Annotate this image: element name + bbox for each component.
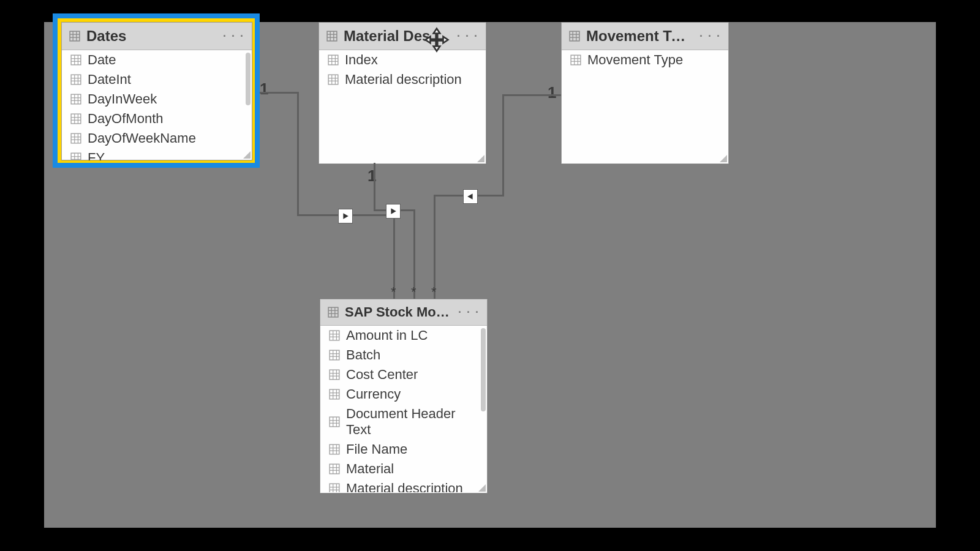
column-icon <box>70 113 81 124</box>
svg-rect-85 <box>330 417 339 427</box>
field-label: DateInt <box>88 72 131 88</box>
model-canvas[interactable]: Dates · · · Date DateInt DayInWeek DayOf… <box>44 22 936 528</box>
field-label: Document Header Text <box>346 406 478 438</box>
entity-title: SAP Stock Movements <box>345 304 452 320</box>
relationship-line[interactable] <box>434 195 435 299</box>
entity-header[interactable]: Movement Types · · · <box>562 23 728 50</box>
column-icon <box>70 133 81 144</box>
field-label: FY <box>88 150 105 160</box>
field-label: DayInWeek <box>88 91 157 107</box>
field-row[interactable]: Amount in LC <box>320 326 487 345</box>
column-icon <box>329 350 340 361</box>
svg-rect-40 <box>328 55 338 65</box>
entity-menu-icon[interactable]: · · · <box>457 30 478 43</box>
table-icon <box>326 31 337 42</box>
field-row[interactable]: Material <box>320 459 487 479</box>
svg-rect-75 <box>330 370 339 380</box>
entity-menu-icon[interactable]: · · · <box>699 30 721 43</box>
filter-direction-arrow-left <box>463 189 478 204</box>
svg-rect-5 <box>71 55 81 65</box>
field-label: Material description <box>346 481 463 492</box>
field-row[interactable]: DayOfMonth <box>62 109 252 129</box>
entity-header[interactable]: Material Description · · · <box>319 23 486 50</box>
svg-marker-112 <box>467 193 472 200</box>
svg-marker-111 <box>391 208 396 214</box>
entity-fields: Amount in LC Batch Cost Center Currency … <box>320 326 487 492</box>
svg-rect-95 <box>330 464 339 474</box>
field-label: Batch <box>346 347 380 363</box>
field-row[interactable]: DayInWeek <box>62 89 252 109</box>
field-label: Amount in LC <box>346 328 428 343</box>
column-icon <box>329 463 340 474</box>
entity-movement-types[interactable]: Movement Types · · · Movement Type <box>561 22 729 164</box>
svg-rect-45 <box>328 75 338 84</box>
field-row[interactable]: FY <box>62 148 252 160</box>
entity-menu-icon[interactable]: · · · <box>458 306 480 319</box>
field-row[interactable]: Document Header Text <box>320 404 487 440</box>
entity-menu-icon[interactable]: · · · <box>223 30 244 43</box>
filter-direction-arrow-right <box>386 204 401 219</box>
resize-grip[interactable] <box>478 484 486 492</box>
entity-fields: Index Material description <box>319 50 486 164</box>
resize-grip[interactable] <box>720 155 727 162</box>
resize-grip[interactable] <box>243 151 251 159</box>
field-row[interactable]: Batch <box>320 345 487 365</box>
field-label: Material <box>346 461 394 477</box>
svg-rect-70 <box>330 350 339 360</box>
field-label: DayOfMonth <box>88 111 164 127</box>
entity-header[interactable]: Dates · · · <box>62 23 252 50</box>
field-label: Material description <box>345 72 462 88</box>
scrollbar[interactable] <box>481 328 486 411</box>
column-icon <box>329 416 340 427</box>
relationship-line[interactable] <box>502 94 561 96</box>
entity-material-description[interactable]: Material Description · · · Index Materia… <box>318 22 486 164</box>
cardinality-one: 1 <box>548 83 556 102</box>
svg-rect-10 <box>71 75 81 84</box>
field-label: DayOfWeekName <box>88 130 196 146</box>
column-icon <box>570 54 581 66</box>
svg-marker-110 <box>343 213 348 219</box>
relationship-line[interactable] <box>297 92 299 216</box>
field-row[interactable]: Currency <box>320 384 487 404</box>
cardinality-many: * <box>431 284 437 300</box>
field-row[interactable]: Movement Type <box>562 50 728 70</box>
field-row[interactable]: Date <box>62 50 252 70</box>
field-row[interactable]: DateInt <box>62 70 252 89</box>
field-label: Currency <box>346 386 401 402</box>
field-row[interactable]: DayOfWeekName <box>62 129 252 148</box>
table-icon <box>569 31 580 42</box>
table-icon <box>69 31 80 42</box>
column-icon <box>329 444 340 455</box>
filter-direction-arrow-right <box>338 209 353 223</box>
field-row[interactable]: Material description <box>320 479 487 492</box>
field-row[interactable]: File Name <box>320 440 487 459</box>
entity-dates[interactable]: Dates · · · Date DateInt DayInWeek DayOf… <box>61 22 252 160</box>
field-row[interactable]: Material description <box>319 70 486 89</box>
entity-sap-stock-movements[interactable]: SAP Stock Movements · · · Amount in LC B… <box>320 299 488 493</box>
field-row[interactable]: Cost Center <box>320 365 487 384</box>
svg-rect-15 <box>71 94 81 104</box>
cardinality-many: * <box>411 284 417 300</box>
svg-rect-25 <box>71 133 81 143</box>
field-label: File Name <box>346 441 407 457</box>
svg-rect-20 <box>71 114 81 124</box>
entity-header[interactable]: SAP Stock Movements · · · <box>320 299 487 326</box>
scrollbar[interactable] <box>246 53 251 105</box>
column-icon <box>329 483 340 492</box>
svg-rect-0 <box>70 31 80 41</box>
column-icon <box>329 389 340 400</box>
relationship-line[interactable] <box>374 163 375 211</box>
field-label: Date <box>88 52 116 68</box>
column-icon <box>70 74 81 85</box>
entity-title: Movement Types <box>586 28 693 45</box>
relationship-line[interactable] <box>502 94 504 196</box>
svg-rect-55 <box>571 55 581 65</box>
resize-grip[interactable] <box>477 155 484 162</box>
field-row[interactable]: Index <box>319 50 486 70</box>
svg-rect-60 <box>328 307 338 317</box>
column-icon <box>329 369 340 380</box>
relationship-line[interactable] <box>260 92 299 94</box>
cardinality-many: * <box>391 284 396 300</box>
svg-rect-100 <box>330 484 339 492</box>
svg-rect-80 <box>330 389 339 399</box>
